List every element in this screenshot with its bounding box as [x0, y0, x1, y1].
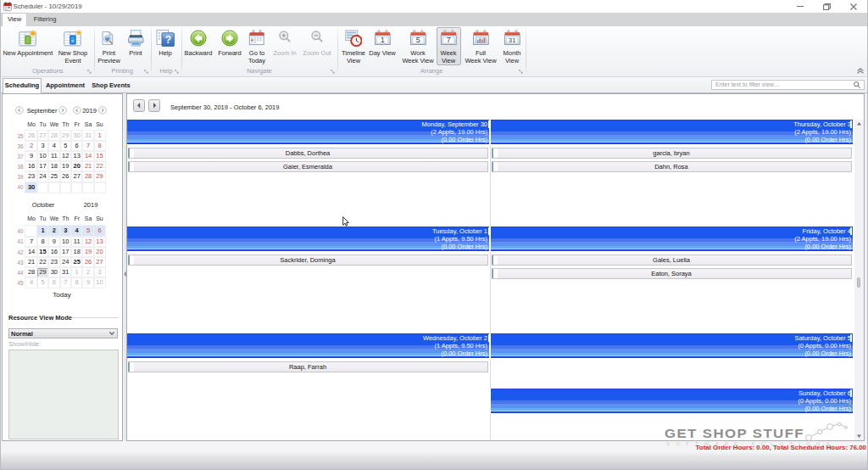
svg-text:7: 7 — [446, 36, 450, 44]
svg-text:1: 1 — [380, 36, 384, 44]
svg-text:31: 31 — [508, 36, 515, 44]
svg-text:5: 5 — [415, 36, 420, 44]
svg-text:?: ? — [165, 34, 171, 46]
